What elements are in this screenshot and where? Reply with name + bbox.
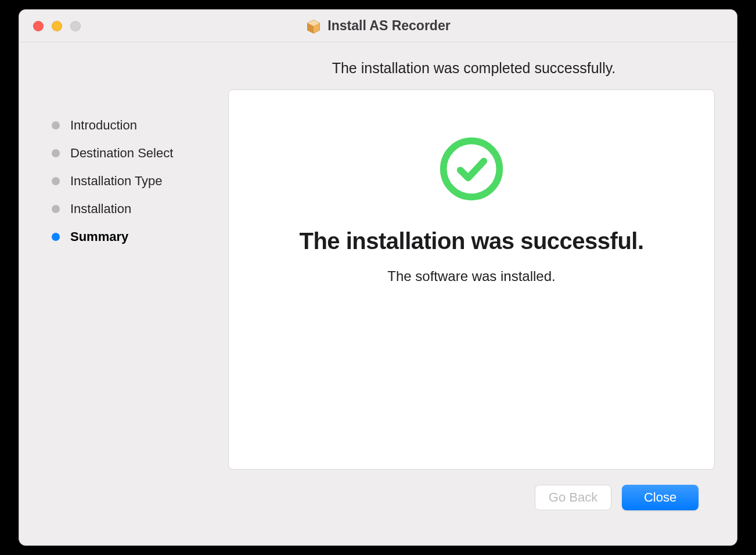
bullet-icon <box>52 121 60 129</box>
success-heading: The installation was successful. <box>299 228 643 254</box>
package-icon <box>305 18 322 34</box>
success-subtext: The software was installed. <box>387 268 555 284</box>
bullet-icon <box>52 233 60 241</box>
step-introduction: Introduction <box>52 118 217 133</box>
svg-marker-0 <box>308 20 320 33</box>
success-check-icon <box>438 135 505 203</box>
step-label: Destination Select <box>70 146 173 161</box>
bullet-icon <box>52 205 60 213</box>
content-panel: The installation was successful. The sof… <box>228 89 715 470</box>
close-button[interactable]: Close <box>622 485 699 510</box>
window-title: Install AS Recorder <box>327 18 450 34</box>
step-label: Summary <box>70 229 128 244</box>
button-row: Go Back Close <box>228 470 719 528</box>
svg-point-5 <box>444 141 500 197</box>
main-header: The installation was completed successfu… <box>228 42 719 89</box>
titlebar: Install AS Recorder <box>19 10 737 42</box>
close-window-button[interactable] <box>33 21 44 31</box>
step-installation: Installation <box>52 201 217 217</box>
zoom-window-button <box>70 21 81 31</box>
traffic-lights <box>19 21 81 31</box>
step-list: Introduction Destination Select Installa… <box>52 118 217 244</box>
step-destination-select: Destination Select <box>52 146 217 161</box>
body-area: Introduction Destination Select Installa… <box>19 42 737 545</box>
sidebar: Introduction Destination Select Installa… <box>19 42 228 545</box>
bullet-icon <box>52 149 60 157</box>
svg-marker-4 <box>308 20 320 26</box>
go-back-button: Go Back <box>535 485 611 510</box>
minimize-window-button[interactable] <box>52 21 62 31</box>
step-label: Installation <box>70 201 131 217</box>
svg-marker-2 <box>308 23 314 33</box>
step-summary: Summary <box>52 229 217 244</box>
step-label: Introduction <box>70 118 137 133</box>
bullet-icon <box>52 177 60 185</box>
step-installation-type: Installation Type <box>52 174 217 189</box>
main-area: The installation was completed successfu… <box>228 42 737 545</box>
step-label: Installation Type <box>70 174 163 189</box>
installer-window: Install AS Recorder Introduction Destina… <box>19 9 737 546</box>
svg-marker-3 <box>314 23 320 33</box>
title-center: Install AS Recorder <box>19 18 737 34</box>
